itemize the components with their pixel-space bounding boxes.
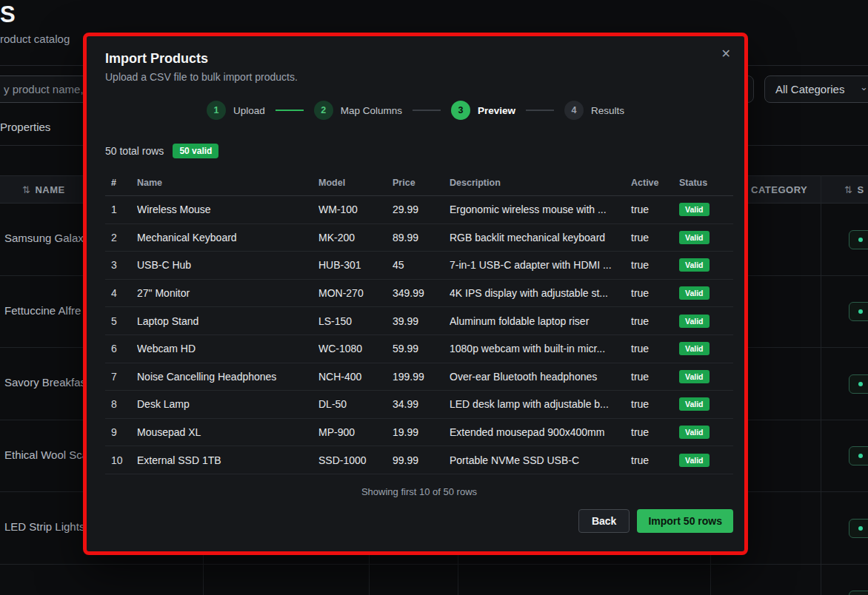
product-name: Ethical Wool Sca [4,448,88,461]
col-model: Model [318,172,393,196]
cell-description: Extended mousepad 900x400mm [450,418,631,446]
modal-title: Import Products [105,51,726,67]
table-row: 10 External SSD 1TB SSD-1000 99.99 Porta… [105,446,733,474]
cell-status: Valid [679,252,733,280]
cell-price: 19.99 [393,418,450,446]
cell-description: 1080p webcam with built-in micr... [450,335,631,363]
table-row: 6 Webcam HD WC-1080 59.99 1080p webcam w… [105,335,733,363]
valid-badge: Valid [679,342,710,355]
cell-active: true [631,335,679,363]
cell-status: Valid [679,196,733,224]
pagination-note: Showing first 10 of 50 rows [105,486,733,497]
cell-price: 45 [393,252,450,280]
cell-description: 7-in-1 USB-C adapter with HDMI ... [450,252,631,280]
row-num: 2 [105,223,137,252]
cell-price: 99.99 [393,446,450,474]
cell-active: true [631,418,679,446]
table-row: 8 Desk Lamp DL-50 34.99 LED desk lamp wi… [105,391,733,419]
cell-model: SSD-1000 [318,446,393,474]
grid-line [821,175,821,595]
column-header-name[interactable]: ⇅NAME [22,184,65,195]
cell-description: Aluminum foldable laptop riser [450,307,631,335]
cell-name: USB-C Hub [137,252,318,280]
col-num: # [105,172,137,196]
cell-price: 29.99 [393,196,450,224]
cell-active: true [631,446,679,474]
cell-model: MP-900 [318,418,393,446]
row-num: 7 [105,363,137,391]
table-row: 1 Wireless Mouse WM-100 29.99 Ergonomic … [105,196,733,224]
step-number: 1 [207,101,226,120]
properties-section-label[interactable]: Properties [0,121,50,133]
import-stepper: 1 Upload 2 Map Columns 3 Preview 4 Resul… [105,101,726,120]
cell-active: true [631,279,679,307]
cell-status: Valid [679,446,733,474]
preview-table: # Name Model Price Description Active St… [105,172,733,474]
step-label: Results [591,105,624,116]
product-name: Fettuccine Alfre [4,304,81,317]
product-name: Savory Breakfas [4,376,86,389]
table-row: 3 USB-C Hub HUB-301 45 7-in-1 USB-C adap… [105,252,733,280]
valid-badge: Valid [679,258,710,272]
valid-badge: Valid [679,454,710,467]
col-status: Status [679,172,733,196]
cell-name: Desk Lamp [137,391,318,419]
cell-status: Valid [679,391,733,419]
page-subtitle-fragment: roduct catalog [0,33,70,45]
table-row: 5 Laptop Stand LS-150 39.99 Aluminum fol… [105,307,733,335]
sort-icon: ⇅ [22,184,30,195]
import-button[interactable]: Import 50 rows [637,509,733,533]
category-filter-select[interactable]: All Categories ⌄ [764,75,868,103]
cell-price: 349.99 [393,279,450,307]
modal-subtitle: Upload a CSV file to bulk import product… [105,71,726,83]
cell-price: 89.99 [393,223,450,252]
valid-badge: Valid [679,286,710,300]
step-connector [276,110,304,111]
row-num: 10 [105,446,137,474]
status-dot-icon [858,526,863,531]
cell-price: 34.99 [393,391,450,419]
back-button[interactable]: Back [578,509,630,533]
column-header-stock-fragment[interactable]: ⇅S [844,184,864,195]
import-products-modal: ✕ Import Products Upload a CSV file to b… [83,33,748,555]
cell-description: LED desk lamp with adjustable b... [450,391,631,419]
cell-model: MK-200 [318,223,393,252]
cell-active: true [631,252,679,280]
cell-status: Valid [679,223,733,252]
step-label: Upload [233,105,265,116]
cell-active: true [631,223,679,252]
status-badge: A [849,519,868,538]
step-results: 4 Results [564,101,624,120]
cell-status: Valid [679,335,733,363]
row-num: 4 [105,279,137,307]
cell-model: LS-150 [318,307,393,335]
column-header-category[interactable]: CATEGORY [751,184,807,195]
close-icon[interactable]: ✕ [721,48,731,60]
step-number: 3 [451,101,470,120]
cell-active: true [631,363,679,391]
table-row: 4 27" Monitor MON-270 349.99 4K IPS disp… [105,279,733,307]
valid-count-badge: 50 valid [173,144,218,158]
col-price: Price [393,172,450,196]
step-number: 2 [314,101,333,120]
col-name: Name [137,172,318,196]
product-name: LED Strip Lights [4,520,84,533]
status-dot-icon [858,309,863,314]
row-num: 5 [105,307,137,335]
status-badge: A [849,591,868,595]
col-description: Description [450,172,631,196]
cell-price: 199.99 [393,363,450,391]
step-connector [526,110,554,111]
category-filter-value: All Categories [775,83,844,95]
cell-name: 27" Monitor [137,279,318,307]
cell-description: Over-ear Bluetooth headphones [450,363,631,391]
status-badge: A [849,302,868,321]
cell-name: Noise Cancelling Headphones [137,363,318,391]
total-rows-text: 50 total rows [105,145,164,157]
cell-name: Wireless Mouse [137,196,318,224]
status-badge: A [849,446,868,465]
row-num: 8 [105,391,137,419]
page-title-fragment: S [0,1,16,28]
status-badge: A [849,374,868,394]
cell-description: RGB backlit mechanical keyboard [450,223,631,252]
